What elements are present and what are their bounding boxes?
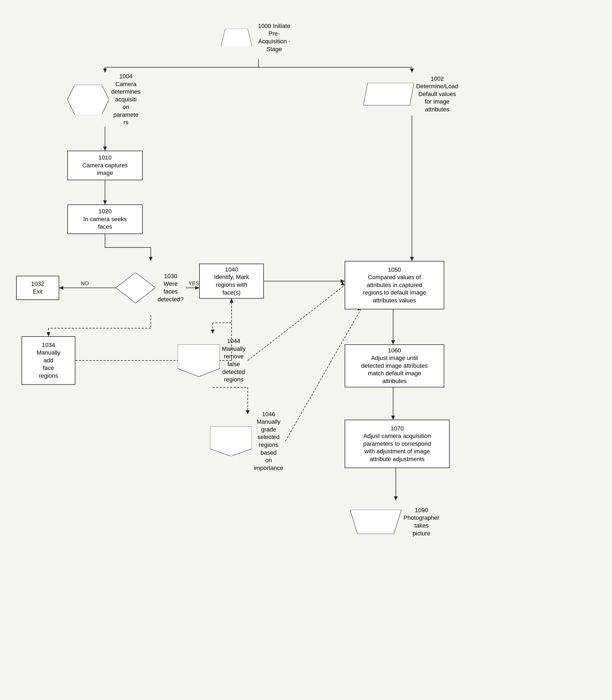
node-1044: 1044Manuallyremove falsedetectedregions	[178, 333, 248, 387]
node-1002-label: 1002Determine/LoadDefault valuesfor imag…	[414, 73, 460, 116]
svg-marker-54	[178, 344, 220, 377]
svg-marker-47	[391, 416, 395, 420]
svg-marker-37	[340, 279, 345, 283]
node-1020: 1020In camera seeksfaces	[67, 204, 143, 234]
node-1046-label: 1046Manually gradeselectedregions basedo…	[252, 409, 286, 474]
node-1020-label: 1020In camera seeksfaces	[81, 205, 129, 233]
node-1040-label: 1040Identify, Markregions withface(s)	[212, 263, 251, 299]
node-1090: 1090Photographer takespicture	[350, 500, 442, 543]
svg-marker-20	[195, 286, 199, 290]
svg-text:NO: NO	[81, 280, 89, 286]
svg-marker-52	[363, 83, 414, 105]
node-1010: 1010Camera capturesimage	[67, 151, 143, 180]
svg-marker-11	[103, 200, 107, 204]
svg-marker-35	[246, 410, 250, 414]
svg-marker-55	[210, 426, 252, 456]
node-1002: 1002Determine/LoadDefault valuesfor imag…	[363, 73, 460, 116]
diagram-container: NO YES	[0, 0, 612, 700]
node-1050-label: 1050Compared values ofattributes in capt…	[361, 264, 428, 307]
svg-marker-3	[103, 69, 107, 73]
node-1046: 1046Manually gradeselectedregions basedo…	[210, 414, 286, 468]
node-1070: 1070Adjust camera acquisitionparameters …	[345, 420, 450, 468]
svg-marker-9	[103, 147, 107, 151]
node-1040: 1040Identify, Markregions withface(s)	[199, 263, 264, 299]
svg-marker-25	[46, 332, 50, 336]
svg-marker-51	[67, 85, 109, 115]
node-1010-label: 1010Camera capturesimage	[80, 152, 130, 179]
svg-marker-43	[410, 257, 414, 261]
node-1000-label: 1000 Initiate Pre- Acquisition · Stage	[252, 20, 296, 55]
svg-marker-56	[350, 510, 401, 534]
svg-marker-50	[221, 29, 252, 47]
svg-marker-45	[391, 340, 395, 344]
node-1060-label: 1060Adjust image untildetected image att…	[359, 345, 430, 387]
svg-marker-49	[394, 496, 398, 500]
svg-marker-32	[211, 330, 214, 333]
node-1044-label: 1044Manuallyremove falsedetectedregions	[220, 335, 248, 386]
svg-marker-28	[230, 299, 234, 303]
node-1004-label: 1004Cameradeterminesacquisiti onparamete…	[109, 71, 143, 129]
node-1000: 1000 Initiate Pre- Acquisition · Stage	[221, 16, 296, 59]
node-1032: 1032Exit	[16, 276, 59, 300]
node-1060: 1060Adjust image untildetected image att…	[345, 344, 444, 387]
node-1034-label: 1034Manuallyaddfaceregions	[34, 339, 62, 382]
svg-marker-39	[341, 282, 345, 285]
node-1032-label: 1032Exit	[29, 278, 46, 298]
node-1050: 1050Compared values ofattributes in capt…	[345, 261, 444, 309]
node-1070-label: 1070Adjust camera acquisitionparameters …	[361, 423, 433, 466]
svg-marker-53	[116, 272, 155, 303]
svg-text:YES: YES	[189, 280, 199, 286]
svg-marker-17	[59, 286, 63, 290]
node-1004: 1004Cameradeterminesacquisiti onparamete…	[67, 73, 143, 126]
node-1030-label: 1030Were facesdetected?	[155, 270, 186, 305]
node-1030: 1030Were facesdetected?	[116, 261, 186, 315]
svg-marker-7	[410, 69, 414, 73]
svg-marker-15	[149, 257, 153, 261]
node-1034: 1034Manuallyaddfaceregions	[22, 336, 75, 385]
node-1090-label: 1090Photographer takespicture	[401, 504, 442, 539]
